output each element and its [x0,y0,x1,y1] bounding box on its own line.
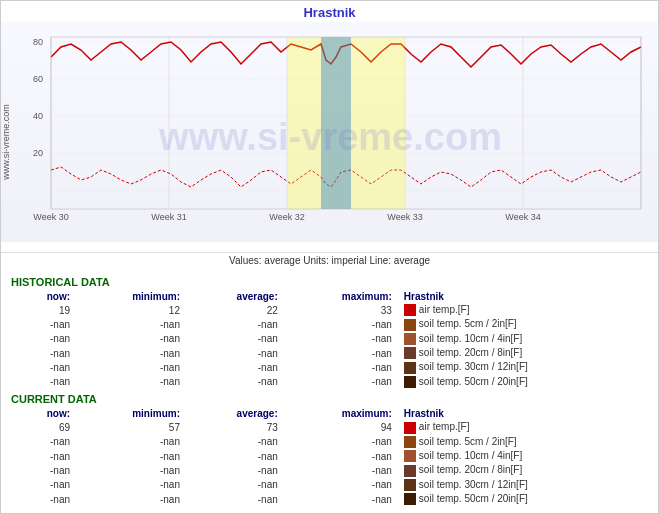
cell-max: -nan [284,332,398,346]
cell-min: -nan [76,375,186,389]
cell-now: -nan [11,449,76,463]
cell-desc: soil temp. 30cm / 12in[F] [398,360,648,374]
cell-min: -nan [76,449,186,463]
color-indicator [404,465,416,477]
cell-min: -nan [76,478,186,492]
svg-text:Week 32: Week 32 [269,212,304,222]
table-row: -nan -nan -nan -nan soil temp. 10cm / 4i… [11,332,648,346]
table-row: -nan -nan -nan -nan soil temp. 30cm / 12… [11,478,648,492]
svg-text:Week 30: Week 30 [33,212,68,222]
chart-area: www.si-vreme.com 80 60 40 20 www.si-vrem… [1,22,659,252]
historical-table: now: minimum: average: maximum: Hrastnik… [11,290,648,389]
color-indicator [404,347,416,359]
color-indicator [404,479,416,491]
cell-desc: soil temp. 10cm / 4in[F] [398,332,648,346]
table-row: 69 57 73 94 air temp.[F] [11,420,648,434]
table-row: 19 12 22 33 air temp.[F] [11,303,648,317]
cell-now: -nan [11,435,76,449]
color-indicator [404,493,416,505]
cell-min: -nan [76,492,186,506]
legend-text: Values: average Units: imperial Line: av… [229,255,430,266]
col-min-curr: minimum: [76,407,186,420]
cell-avg: -nan [186,375,284,389]
color-indicator [404,362,416,374]
current-header: CURRENT DATA [11,393,648,405]
cell-desc: air temp.[F] [398,303,648,317]
cell-max: -nan [284,435,398,449]
cell-avg: -nan [186,360,284,374]
cell-max: -nan [284,346,398,360]
historical-header: HISTORICAL DATA [11,276,648,288]
cell-avg: -nan [186,492,284,506]
cell-now: -nan [11,360,76,374]
cell-min: -nan [76,463,186,477]
cell-avg: -nan [186,449,284,463]
color-indicator [404,319,416,331]
cell-desc: soil temp. 5cm / 2in[F] [398,317,648,331]
cell-now: -nan [11,478,76,492]
cell-min: 57 [76,420,186,434]
cell-now: -nan [11,375,76,389]
table-row: -nan -nan -nan -nan soil temp. 30cm / 12… [11,360,648,374]
table-row: -nan -nan -nan -nan soil temp. 5cm / 2in… [11,435,648,449]
cell-avg: -nan [186,463,284,477]
table-row: -nan -nan -nan -nan soil temp. 10cm / 4i… [11,449,648,463]
current-table: now: minimum: average: maximum: Hrastnik… [11,407,648,506]
table-row: -nan -nan -nan -nan soil temp. 50cm / 20… [11,375,648,389]
cell-max: 33 [284,303,398,317]
col-avg: average: [186,290,284,303]
cell-now: 69 [11,420,76,434]
cell-min: -nan [76,360,186,374]
col-avg-curr: average: [186,407,284,420]
col-station: Hrastnik [398,290,648,303]
cell-avg: 22 [186,303,284,317]
cell-max: -nan [284,360,398,374]
svg-rect-17 [321,37,351,209]
cell-max: -nan [284,375,398,389]
historical-col-headers: now: minimum: average: maximum: Hrastnik [11,290,648,303]
current-col-headers: now: minimum: average: maximum: Hrastnik [11,407,648,420]
table-row: -nan -nan -nan -nan soil temp. 50cm / 20… [11,492,648,506]
svg-text:Week 34: Week 34 [505,212,540,222]
color-indicator [404,436,416,448]
cell-desc: soil temp. 20cm / 8in[F] [398,346,648,360]
cell-max: -nan [284,463,398,477]
svg-text:20: 20 [33,148,43,158]
cell-avg: -nan [186,478,284,492]
cell-max: -nan [284,449,398,463]
cell-desc: soil temp. 10cm / 4in[F] [398,449,648,463]
color-indicator [404,304,416,316]
cell-desc: soil temp. 5cm / 2in[F] [398,435,648,449]
cell-now: 19 [11,303,76,317]
chart-legend: Values: average Units: imperial Line: av… [1,252,658,268]
cell-desc: soil temp. 20cm / 8in[F] [398,463,648,477]
cell-desc: air temp.[F] [398,420,648,434]
cell-desc: soil temp. 30cm / 12in[F] [398,478,648,492]
col-now-curr: now: [11,407,76,420]
color-indicator [404,422,416,434]
cell-max: -nan [284,317,398,331]
svg-text:www.si-vreme.com: www.si-vreme.com [1,104,11,181]
cell-desc: soil temp. 50cm / 20in[F] [398,492,648,506]
cell-min: -nan [76,346,186,360]
col-max-curr: maximum: [284,407,398,420]
svg-text:Week 33: Week 33 [387,212,422,222]
cell-now: -nan [11,332,76,346]
table-row: -nan -nan -nan -nan soil temp. 5cm / 2in… [11,317,648,331]
cell-avg: -nan [186,317,284,331]
col-min: minimum: [76,290,186,303]
cell-avg: -nan [186,346,284,360]
cell-avg: 73 [186,420,284,434]
cell-avg: -nan [186,435,284,449]
table-row: -nan -nan -nan -nan soil temp. 20cm / 8i… [11,463,648,477]
cell-max: 94 [284,420,398,434]
cell-min: -nan [76,332,186,346]
color-indicator [404,376,416,388]
cell-min: -nan [76,435,186,449]
color-indicator [404,333,416,345]
cell-now: -nan [11,317,76,331]
cell-min: 12 [76,303,186,317]
table-row: -nan -nan -nan -nan soil temp. 20cm / 8i… [11,346,648,360]
color-indicator [404,450,416,462]
svg-text:40: 40 [33,111,43,121]
